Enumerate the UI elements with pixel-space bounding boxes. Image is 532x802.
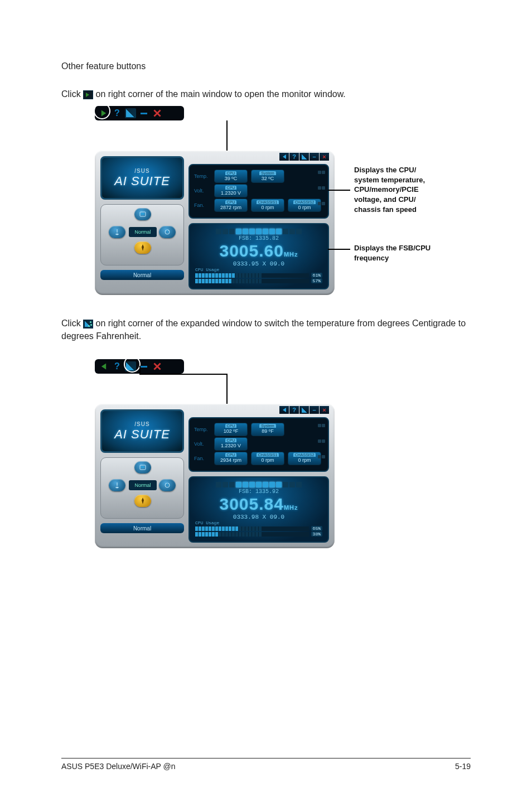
status-pill: Normal: [100, 270, 184, 280]
fan-ch2-chip: CHASSIS20 rpm: [288, 199, 321, 212]
pad-bottom-button[interactable]: [134, 241, 151, 254]
led-row: [195, 229, 322, 234]
ai-suite-panel-2: ? – × /SUS AI SUITE Normal: [95, 404, 335, 548]
temp-unit-icon[interactable]: [125, 361, 136, 371]
panel-close-icon[interactable]: ×: [320, 406, 329, 414]
page-footer: ASUS P5E3 Deluxe/WiFi-AP @n 5-19: [61, 758, 471, 771]
panel-temp-unit-icon[interactable]: [299, 406, 309, 414]
volt-cpu-chip: CPU1.2320 V: [214, 184, 248, 197]
row-temp-label: Temp.: [194, 427, 211, 432]
help-label: ?: [114, 108, 120, 118]
figure-1: ? ? – × /SUS AI SUITE: [95, 106, 471, 295]
panel-temp-unit-icon[interactable]: [299, 153, 309, 161]
panel-help-icon[interactable]: ?: [289, 406, 299, 414]
monitor-box: Temp. CPU102 ºF System89 ºF Volt. CPU1.2…: [188, 417, 329, 472]
fsb-value: FSB: 1335.92: [195, 489, 322, 495]
pad-top-button[interactable]: [134, 461, 151, 474]
close-icon[interactable]: [152, 108, 163, 118]
chip-label: System: [259, 424, 275, 428]
paragraph-1: Click on right corner of the main window…: [61, 88, 471, 100]
panel-back-icon[interactable]: [279, 406, 289, 414]
callout-line-1: [328, 190, 350, 191]
chip-value: 0 rpm: [298, 204, 311, 211]
pad-right-button[interactable]: [159, 226, 176, 238]
chip-label: CHASSIS1: [257, 200, 279, 204]
cpu-freq-value: 3005.84MHz: [195, 495, 322, 514]
control-pad: Normal: [100, 204, 184, 265]
status-pill: Normal: [100, 523, 184, 533]
minimize-icon[interactable]: [138, 108, 149, 118]
connector-line-h: [139, 374, 226, 375]
logo-box: /SUS AI SUITE: [100, 409, 184, 453]
panel-minimize-icon[interactable]: –: [309, 406, 319, 414]
figure-2: ? ? – × /SUS AI SUITE: [95, 359, 471, 548]
scroll-left-icon[interactable]: [318, 439, 321, 443]
row-volt-label: Volt.: [194, 188, 211, 194]
pad-top-button[interactable]: [134, 208, 151, 220]
frequency-box: FSB: 1335.92 3005.84MHz 0333.98 X 09.0 C…: [188, 476, 329, 543]
pad-center-label: Normal: [129, 227, 157, 237]
scroll-left-icon[interactable]: [318, 171, 321, 174]
chip-label: System: [259, 171, 275, 175]
scroll-left-icon[interactable]: [318, 186, 321, 190]
temp-unit-icon[interactable]: [125, 108, 136, 118]
expand-right-icon[interactable]: [98, 108, 109, 118]
freq-sub: 0333.95 X 09.0: [195, 260, 322, 267]
chip-value: 89 ºF: [262, 428, 273, 435]
usage-bar-1: 65%: [195, 526, 322, 531]
chip-value: 0 rpm: [261, 457, 274, 464]
usage-bar-1: 61%: [195, 273, 322, 278]
brand-label: /SUS: [134, 421, 149, 427]
help-label: ?: [114, 361, 120, 371]
volt-cpu-chip: CPU1.2320 V: [214, 437, 248, 451]
chip-value: 102 ºF: [224, 428, 238, 435]
panel-close-icon[interactable]: ×: [320, 153, 329, 161]
chip-label: CHASSIS2: [293, 453, 316, 457]
chip-value: 1.2320 V: [221, 442, 241, 450]
monitor-box: Temp. CPU39 ºC System32 ºC Volt. CPU1.23…: [188, 164, 329, 219]
scroll-right-icon[interactable]: [322, 424, 325, 427]
chip-value: 1.2320 V: [221, 190, 241, 197]
connector-line-v: [226, 374, 228, 405]
fan-cpu-chip: CPU2872 rpm: [214, 199, 248, 212]
close-icon[interactable]: [152, 361, 163, 371]
svg-rect-5: [141, 466, 144, 468]
chip-label: CHASSIS2: [293, 200, 316, 204]
toolbar-strip-1: ?: [95, 106, 184, 120]
scroll-left-icon[interactable]: [318, 455, 321, 458]
scroll-right-icon[interactable]: [322, 439, 325, 443]
usage-pct-2: 57%: [311, 278, 322, 283]
help-icon[interactable]: ?: [112, 108, 123, 118]
freq-number: 3005.60: [219, 241, 283, 260]
callout-line-2: [328, 249, 350, 250]
pad-bottom-button[interactable]: [134, 495, 151, 507]
pad-right-button[interactable]: [159, 479, 176, 491]
panel-back-icon[interactable]: [279, 153, 289, 161]
pad-left-button[interactable]: [109, 226, 125, 238]
scroll-right-icon[interactable]: [322, 171, 325, 174]
panel-minimize-icon[interactable]: –: [309, 153, 319, 161]
panel-topbar: ? – ×: [279, 406, 329, 414]
pad-center-label: Normal: [129, 480, 157, 490]
scroll-left-icon[interactable]: [318, 202, 321, 205]
collapse-left-icon[interactable]: [98, 361, 109, 371]
scroll-right-icon[interactable]: [322, 202, 325, 205]
led-row: [195, 482, 322, 487]
usage-bar-2: 57%: [195, 278, 322, 283]
pad-left-button[interactable]: [109, 479, 125, 491]
panel-help-icon[interactable]: ?: [289, 153, 299, 161]
footer-right: 5-19: [455, 762, 471, 771]
frequency-box: FSB: 1335.82 3005.60MHz 0333.95 X 09.0 C…: [188, 223, 329, 289]
temp-sys-chip: System89 ºF: [251, 423, 284, 436]
help-icon[interactable]: ?: [112, 361, 123, 371]
scroll-right-icon[interactable]: [322, 455, 325, 458]
cpu-freq-value: 3005.60MHz: [195, 241, 322, 260]
scroll-right-icon[interactable]: [322, 186, 325, 190]
suite-title: AI SUITE: [114, 427, 170, 442]
temp-sys-chip: System32 ºC: [251, 170, 284, 183]
para1-post: on right corner of the main window to op…: [96, 89, 346, 99]
row-temp-label: Temp.: [194, 173, 211, 179]
scroll-left-icon[interactable]: [318, 424, 321, 427]
freq-number: 3005.84: [219, 495, 283, 513]
fan-ch1-chip: CHASSIS10 rpm: [251, 452, 284, 465]
